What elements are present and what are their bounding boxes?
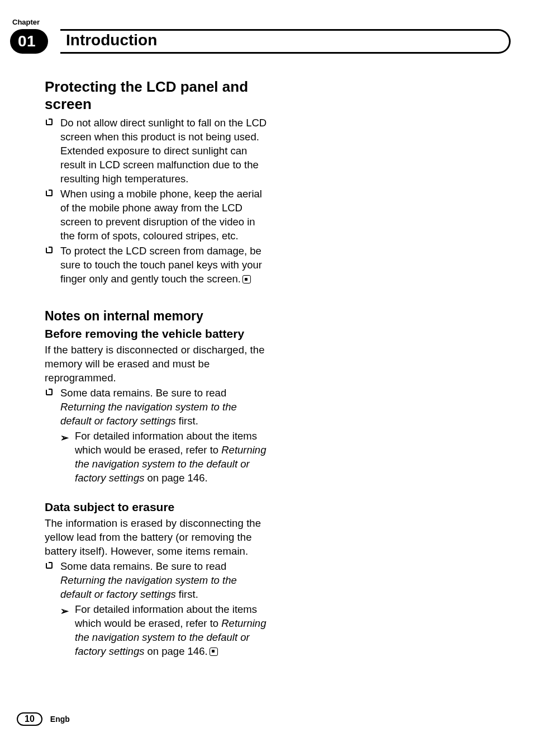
sublist: ➢ For detailed information about the ite… — [60, 429, 268, 485]
arrow-icon: ➢ — [60, 604, 69, 618]
text: on page 146. — [144, 645, 207, 657]
heading-data-erasure: Data subject to erasure — [45, 500, 268, 514]
paragraph: The information is erased by disconnecti… — [45, 517, 268, 559]
section-notes-memory: Notes on internal memory Before removing… — [45, 309, 268, 658]
list-before-removing: Some data remains. Be sure to read Retur… — [45, 386, 268, 485]
list-item: Some data remains. Be sure to read Retur… — [45, 386, 268, 485]
chapter-number-pill: 01 — [10, 29, 48, 54]
list-protecting-lcd: Do not allow direct sunlight to fall on … — [45, 116, 268, 286]
section-title: Introduction — [66, 31, 164, 49]
text: first. — [176, 588, 198, 600]
list-item: To protect the LCD screen from damage, b… — [45, 244, 268, 286]
heading-notes-memory: Notes on internal memory — [45, 309, 268, 324]
page-footer: 10 Engb — [17, 712, 70, 726]
list-item: Some data remains. Be sure to read Retur… — [45, 560, 268, 659]
list-item: When using a mobile phone, keep the aeri… — [45, 187, 268, 243]
heading-before-removing: Before removing the vehicle battery — [45, 327, 268, 341]
subsection-data-erasure: Data subject to erasure The information … — [45, 500, 268, 659]
subsection-before-removing: Before removing the vehicle battery If t… — [45, 327, 268, 485]
section-protecting-lcd: Protecting the LCD panel and screen Do n… — [45, 78, 268, 286]
text: Some data remains. Be sure to read — [60, 560, 226, 572]
heading-protecting-lcd: Protecting the LCD panel and screen — [45, 78, 268, 113]
content-column: Protecting the LCD panel and screen Do n… — [45, 78, 268, 681]
list-item: ➢ For detailed information about the ite… — [60, 603, 268, 659]
chapter-label: Chapter — [12, 18, 40, 26]
text: on page 146. — [144, 472, 207, 484]
reference-title: Returning the navigation system to the d… — [60, 574, 237, 600]
paragraph: If the battery is disconnected or discha… — [45, 343, 268, 385]
language-code: Engb — [50, 715, 70, 724]
sublist: ➢ For detailed information about the ite… — [60, 603, 268, 659]
arrow-icon: ➢ — [60, 431, 69, 445]
page-number: 10 — [17, 712, 42, 726]
section-end-icon — [210, 648, 218, 656]
section-end-icon — [242, 275, 251, 284]
list-data-erasure: Some data remains. Be sure to read Retur… — [45, 560, 268, 659]
text: Some data remains. Be sure to read — [60, 387, 226, 399]
reference-title: Returning the navigation system to the d… — [60, 401, 237, 427]
list-item-text: To protect the LCD screen from damage, b… — [60, 245, 262, 285]
text: first. — [176, 415, 198, 427]
list-item: Do not allow direct sunlight to fall on … — [45, 116, 268, 186]
list-item: ➢ For detailed information about the ite… — [60, 429, 268, 485]
